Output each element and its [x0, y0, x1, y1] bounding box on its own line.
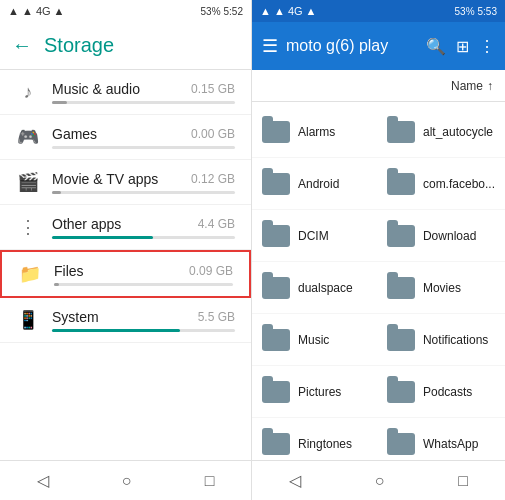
status-right-right: 53% 5:53: [455, 6, 497, 17]
header-right: ☰ moto g(6) play 🔍 ⊞ ⋮: [252, 22, 505, 70]
games-icon: 🎮: [16, 125, 40, 149]
music-icon: ♪: [16, 80, 40, 104]
files-size: 0.09 GB: [189, 264, 233, 278]
status-bar-left: ▲ ▲ 4G ▲ 53% 5:52: [0, 0, 251, 22]
file-name: WhatsApp: [423, 437, 478, 451]
file-name: Pictures: [298, 385, 341, 399]
file-item[interactable]: dualspace: [252, 262, 377, 314]
page-title-left: Storage: [44, 34, 114, 57]
folder-icon: [262, 433, 290, 455]
folder-icon: [262, 121, 290, 143]
movie-bar: [52, 191, 235, 194]
sort-arrow: ↑: [487, 79, 493, 93]
file-name: Android: [298, 177, 339, 191]
grid-view-button[interactable]: ⊞: [456, 37, 469, 56]
storage-item-files[interactable]: 📁 Files 0.09 GB: [0, 250, 251, 298]
system-icon: 📱: [16, 308, 40, 332]
folder-icon: [387, 277, 415, 299]
file-item[interactable]: Podcasts: [377, 366, 505, 418]
folder-icon: [387, 381, 415, 403]
folder-icon: [262, 225, 290, 247]
back-nav-left[interactable]: ◁: [37, 471, 49, 490]
more-options-button[interactable]: ⋮: [479, 37, 495, 56]
recents-nav-right[interactable]: □: [458, 472, 468, 490]
back-button[interactable]: ←: [12, 34, 32, 57]
folder-icon: [387, 173, 415, 195]
file-item[interactable]: Pictures: [252, 366, 377, 418]
files-bar: [54, 283, 233, 286]
movie-bar-fill: [52, 191, 61, 194]
files-icon: 📁: [18, 262, 42, 286]
storage-item-other[interactable]: ⋮ Other apps 4.4 GB: [0, 205, 251, 250]
file-name: Music: [298, 333, 329, 347]
file-item[interactable]: DCIM: [252, 210, 377, 262]
system-size: 5.5 GB: [198, 310, 235, 324]
file-name: Alarms: [298, 125, 335, 139]
storage-item-music[interactable]: ♪ Music & audio 0.15 GB: [0, 70, 251, 115]
storage-list: ♪ Music & audio 0.15 GB 🎮 Games 0.00 GB …: [0, 70, 251, 460]
movie-icon: 🎬: [16, 170, 40, 194]
file-item[interactable]: WhatsApp: [377, 418, 505, 460]
storage-item-movie[interactable]: 🎬 Movie & TV apps 0.12 GB: [0, 160, 251, 205]
other-size: 4.4 GB: [198, 217, 235, 231]
folder-icon: [262, 381, 290, 403]
folder-icon: [387, 225, 415, 247]
file-item[interactable]: com.facebo...: [377, 158, 505, 210]
music-bar-fill: [52, 101, 67, 104]
file-grid: Alarms alt_autocycle Android com.facebo.…: [252, 102, 505, 460]
storage-item-system[interactable]: 📱 System 5.5 GB: [0, 298, 251, 343]
file-item[interactable]: Notifications: [377, 314, 505, 366]
file-item[interactable]: Download: [377, 210, 505, 262]
other-icon: ⋮: [16, 215, 40, 239]
file-name: Podcasts: [423, 385, 472, 399]
back-nav-right[interactable]: ◁: [289, 471, 301, 490]
sort-label: Name: [451, 79, 483, 93]
status-right-left: 53% 5:52: [201, 6, 243, 17]
battery-right: 53%: [455, 6, 475, 17]
left-panel: ▲ ▲ 4G ▲ 53% 5:52 ← Storage ♪ Music & au…: [0, 0, 252, 500]
other-bar-fill: [52, 236, 153, 239]
files-bar-fill: [54, 283, 59, 286]
games-size: 0.00 GB: [191, 127, 235, 141]
home-nav-right[interactable]: ○: [375, 472, 385, 490]
file-item[interactable]: Ringtones: [252, 418, 377, 460]
file-name: Download: [423, 229, 476, 243]
file-item[interactable]: Alarms: [252, 106, 377, 158]
time-right: 5:53: [478, 6, 497, 17]
file-name: dualspace: [298, 281, 353, 295]
file-name: alt_autocycle: [423, 125, 493, 139]
home-nav-left[interactable]: ○: [122, 472, 132, 490]
signal-icons-right: ▲ ▲ 4G ▲: [260, 5, 317, 17]
nav-bar-right: ◁ ○ □: [252, 460, 505, 500]
header-actions: 🔍 ⊞ ⋮: [426, 37, 495, 56]
movie-size: 0.12 GB: [191, 172, 235, 186]
folder-icon: [387, 329, 415, 351]
app-title: moto g(6) play: [286, 37, 418, 55]
battery-left: 53%: [201, 6, 221, 17]
system-bar-fill: [52, 329, 180, 332]
music-bar: [52, 101, 235, 104]
folder-icon: [262, 329, 290, 351]
music-size: 0.15 GB: [191, 82, 235, 96]
file-name: Notifications: [423, 333, 488, 347]
file-item[interactable]: Movies: [377, 262, 505, 314]
folder-icon: [387, 121, 415, 143]
other-bar: [52, 236, 235, 239]
games-bar: [52, 146, 235, 149]
recents-nav-left[interactable]: □: [205, 472, 215, 490]
file-item[interactable]: Music: [252, 314, 377, 366]
nav-bar-left: ◁ ○ □: [0, 460, 251, 500]
file-name: com.facebo...: [423, 177, 495, 191]
status-bar-right: ▲ ▲ 4G ▲ 53% 5:53: [252, 0, 505, 22]
file-name: Movies: [423, 281, 461, 295]
file-item[interactable]: Android: [252, 158, 377, 210]
folder-icon: [262, 173, 290, 195]
file-name: DCIM: [298, 229, 329, 243]
search-button[interactable]: 🔍: [426, 37, 446, 56]
file-item[interactable]: alt_autocycle: [377, 106, 505, 158]
menu-button[interactable]: ☰: [262, 35, 278, 57]
signal-icons-left: ▲ ▲ 4G ▲: [8, 5, 65, 17]
sort-bar: Name ↑: [252, 70, 505, 102]
storage-item-games[interactable]: 🎮 Games 0.00 GB: [0, 115, 251, 160]
right-panel: ▲ ▲ 4G ▲ 53% 5:53 ☰ moto g(6) play 🔍 ⊞ ⋮…: [252, 0, 505, 500]
